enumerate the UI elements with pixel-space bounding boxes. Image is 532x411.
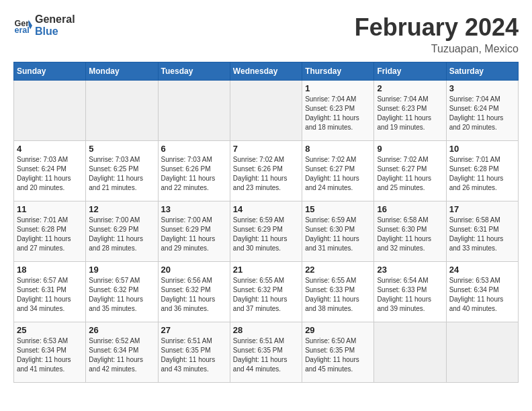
day-number: 11: [17, 204, 83, 214]
day-cell: 14Sunrise: 6:59 AM Sunset: 6:29 PM Dayli…: [230, 201, 302, 262]
week-row-1: 1Sunrise: 7:04 AM Sunset: 6:23 PM Daylig…: [14, 81, 519, 141]
day-info: Sunrise: 6:55 AM Sunset: 6:32 PM Dayligh…: [233, 276, 299, 314]
day-number: 14: [233, 204, 299, 214]
day-info: Sunrise: 6:56 AM Sunset: 6:32 PM Dayligh…: [161, 276, 227, 314]
day-info: Sunrise: 7:04 AM Sunset: 6:23 PM Dayligh…: [305, 95, 371, 132]
day-info: Sunrise: 7:01 AM Sunset: 6:28 PM Dayligh…: [17, 216, 83, 253]
day-number: 6: [161, 144, 227, 154]
svg-text:eral: eral: [14, 26, 29, 35]
day-number: 8: [305, 144, 371, 154]
day-number: 19: [89, 265, 154, 275]
day-info: Sunrise: 7:01 AM Sunset: 6:28 PM Dayligh…: [449, 155, 515, 193]
day-number: 16: [377, 204, 443, 214]
day-info: Sunrise: 6:52 AM Sunset: 6:34 PM Dayligh…: [89, 336, 154, 374]
day-cell: 7Sunrise: 7:02 AM Sunset: 6:26 PM Daylig…: [230, 141, 302, 201]
day-info: Sunrise: 7:00 AM Sunset: 6:29 PM Dayligh…: [161, 216, 227, 253]
week-row-5: 25Sunrise: 6:53 AM Sunset: 6:34 PM Dayli…: [14, 322, 519, 383]
day-cell: [230, 81, 302, 141]
day-cell: 23Sunrise: 6:54 AM Sunset: 6:33 PM Dayli…: [374, 262, 446, 322]
day-cell: 27Sunrise: 6:51 AM Sunset: 6:35 PM Dayli…: [158, 322, 230, 383]
day-number: 26: [89, 325, 154, 335]
day-info: Sunrise: 6:51 AM Sunset: 6:35 PM Dayligh…: [233, 336, 299, 374]
week-row-3: 11Sunrise: 7:01 AM Sunset: 6:28 PM Dayli…: [14, 201, 519, 262]
day-cell: 10Sunrise: 7:01 AM Sunset: 6:28 PM Dayli…: [446, 141, 518, 201]
day-number: 21: [233, 265, 299, 275]
day-info: Sunrise: 7:04 AM Sunset: 6:24 PM Dayligh…: [449, 95, 515, 132]
day-info: Sunrise: 6:51 AM Sunset: 6:35 PM Dayligh…: [161, 336, 227, 374]
header-cell-saturday: Saturday: [446, 62, 518, 81]
week-row-4: 18Sunrise: 6:57 AM Sunset: 6:31 PM Dayli…: [14, 262, 519, 322]
day-info: Sunrise: 6:58 AM Sunset: 6:30 PM Dayligh…: [377, 216, 443, 253]
day-info: Sunrise: 6:53 AM Sunset: 6:34 PM Dayligh…: [449, 276, 515, 314]
week-row-2: 4Sunrise: 7:03 AM Sunset: 6:24 PM Daylig…: [14, 141, 519, 201]
day-number: 3: [449, 83, 515, 93]
day-cell: 5Sunrise: 7:03 AM Sunset: 6:25 PM Daylig…: [86, 141, 158, 201]
day-cell: [158, 81, 230, 141]
day-cell: 8Sunrise: 7:02 AM Sunset: 6:27 PM Daylig…: [302, 141, 374, 201]
logo-icon: Gen eral: [13, 16, 32, 35]
day-number: 22: [305, 265, 371, 275]
day-cell: 21Sunrise: 6:55 AM Sunset: 6:32 PM Dayli…: [230, 262, 302, 322]
day-cell: 13Sunrise: 7:00 AM Sunset: 6:29 PM Dayli…: [158, 201, 230, 262]
day-number: 10: [449, 144, 515, 154]
day-cell: 28Sunrise: 6:51 AM Sunset: 6:35 PM Dayli…: [230, 322, 302, 383]
header-row: SundayMondayTuesdayWednesdayThursdayFrid…: [14, 62, 519, 81]
day-number: 25: [17, 325, 83, 335]
day-cell: 2Sunrise: 7:04 AM Sunset: 6:23 PM Daylig…: [374, 81, 446, 141]
day-info: Sunrise: 7:03 AM Sunset: 6:25 PM Dayligh…: [89, 155, 154, 193]
day-number: 29: [305, 325, 371, 335]
day-info: Sunrise: 7:02 AM Sunset: 6:27 PM Dayligh…: [377, 155, 443, 193]
day-info: Sunrise: 6:57 AM Sunset: 6:31 PM Dayligh…: [17, 276, 83, 314]
day-info: Sunrise: 6:53 AM Sunset: 6:34 PM Dayligh…: [17, 336, 83, 374]
calendar-body: 1Sunrise: 7:04 AM Sunset: 6:23 PM Daylig…: [14, 81, 519, 383]
day-number: 24: [449, 265, 515, 275]
day-cell: 26Sunrise: 6:52 AM Sunset: 6:34 PM Dayli…: [86, 322, 158, 383]
day-cell: 9Sunrise: 7:02 AM Sunset: 6:27 PM Daylig…: [374, 141, 446, 201]
month-title: February 2024: [355, 13, 519, 42]
day-info: Sunrise: 6:59 AM Sunset: 6:29 PM Dayligh…: [233, 216, 299, 253]
header-cell-tuesday: Tuesday: [158, 62, 230, 81]
day-info: Sunrise: 7:02 AM Sunset: 6:26 PM Dayligh…: [233, 155, 299, 193]
day-number: 15: [305, 204, 371, 214]
day-cell: 16Sunrise: 6:58 AM Sunset: 6:30 PM Dayli…: [374, 201, 446, 262]
header-cell-monday: Monday: [86, 62, 158, 81]
day-number: 9: [377, 144, 443, 154]
day-info: Sunrise: 6:59 AM Sunset: 6:30 PM Dayligh…: [305, 216, 371, 253]
header-cell-sunday: Sunday: [14, 62, 86, 81]
day-info: Sunrise: 7:03 AM Sunset: 6:24 PM Dayligh…: [17, 155, 83, 193]
logo-text-line2: Blue: [35, 26, 75, 38]
day-number: 17: [449, 204, 515, 214]
day-number: 27: [161, 325, 227, 335]
day-cell: 22Sunrise: 6:55 AM Sunset: 6:33 PM Dayli…: [302, 262, 374, 322]
day-cell: 18Sunrise: 6:57 AM Sunset: 6:31 PM Dayli…: [14, 262, 86, 322]
day-number: 1: [305, 83, 371, 93]
day-info: Sunrise: 7:04 AM Sunset: 6:23 PM Dayligh…: [377, 95, 443, 132]
title-area: February 2024 Tuzuapan, Mexico: [355, 13, 519, 55]
day-info: Sunrise: 6:57 AM Sunset: 6:32 PM Dayligh…: [89, 276, 154, 314]
day-number: 12: [89, 204, 154, 214]
day-cell: 6Sunrise: 7:03 AM Sunset: 6:26 PM Daylig…: [158, 141, 230, 201]
day-number: 20: [161, 265, 227, 275]
day-info: Sunrise: 6:54 AM Sunset: 6:33 PM Dayligh…: [377, 276, 443, 314]
day-cell: [14, 81, 86, 141]
day-cell: 4Sunrise: 7:03 AM Sunset: 6:24 PM Daylig…: [14, 141, 86, 201]
day-info: Sunrise: 6:58 AM Sunset: 6:31 PM Dayligh…: [449, 216, 515, 253]
day-number: 28: [233, 325, 299, 335]
day-cell: 19Sunrise: 6:57 AM Sunset: 6:32 PM Dayli…: [86, 262, 158, 322]
day-cell: [446, 322, 518, 383]
day-cell: 25Sunrise: 6:53 AM Sunset: 6:34 PM Dayli…: [14, 322, 86, 383]
day-cell: 29Sunrise: 6:50 AM Sunset: 6:35 PM Dayli…: [302, 322, 374, 383]
day-number: 2: [377, 83, 443, 93]
day-cell: 3Sunrise: 7:04 AM Sunset: 6:24 PM Daylig…: [446, 81, 518, 141]
day-info: Sunrise: 7:00 AM Sunset: 6:29 PM Dayligh…: [89, 216, 154, 253]
day-cell: 11Sunrise: 7:01 AM Sunset: 6:28 PM Dayli…: [14, 201, 86, 262]
day-cell: 20Sunrise: 6:56 AM Sunset: 6:32 PM Dayli…: [158, 262, 230, 322]
day-info: Sunrise: 6:50 AM Sunset: 6:35 PM Dayligh…: [305, 336, 371, 374]
header-cell-wednesday: Wednesday: [230, 62, 302, 81]
header-cell-thursday: Thursday: [302, 62, 374, 81]
day-number: 5: [89, 144, 154, 154]
day-info: Sunrise: 6:55 AM Sunset: 6:33 PM Dayligh…: [305, 276, 371, 314]
calendar-table: SundayMondayTuesdayWednesdayThursdayFrid…: [13, 62, 519, 383]
day-number: 4: [17, 144, 83, 154]
day-cell: 15Sunrise: 6:59 AM Sunset: 6:30 PM Dayli…: [302, 201, 374, 262]
